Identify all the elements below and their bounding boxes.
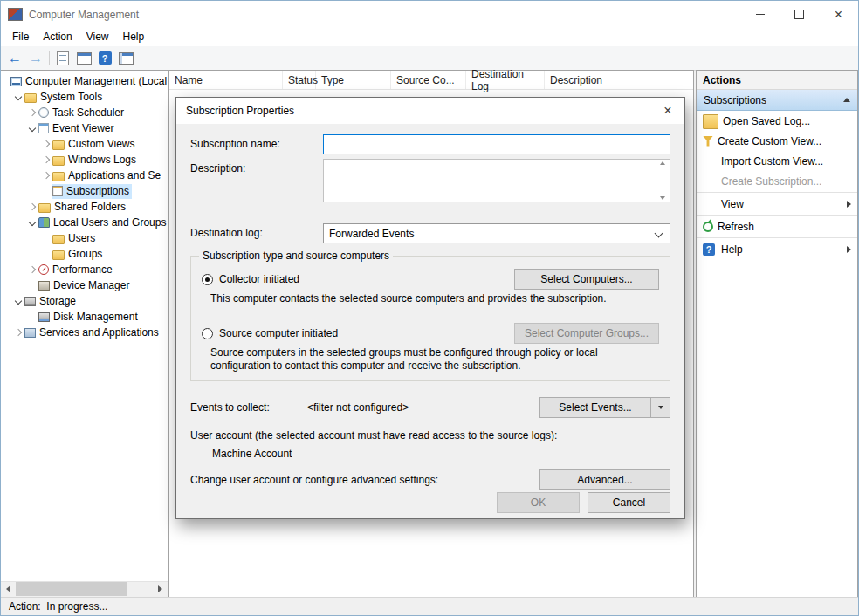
source-initiated-radio[interactable] (202, 328, 213, 339)
actions-separator (697, 237, 857, 238)
expand-chevron-icon[interactable] (40, 137, 52, 151)
tree-horizontal-scrollbar[interactable] (1, 581, 168, 597)
expanded-chevron-shape (28, 125, 35, 132)
action-item-help[interactable]: Help (697, 239, 857, 259)
tree-item-core: Task Scheduler (38, 106, 127, 120)
collapse-chevron-icon[interactable] (12, 294, 24, 308)
advanced-button[interactable]: Advanced... (539, 469, 670, 490)
select-events-dropdown[interactable] (650, 398, 670, 417)
menu-file[interactable]: File (5, 28, 36, 46)
tree-item-groups[interactable]: Groups (1, 246, 168, 262)
show-action-pane-button[interactable] (115, 49, 136, 68)
expand-chevron-icon[interactable] (26, 263, 38, 277)
collapse-chevron-icon[interactable] (26, 216, 38, 229)
tree-item-storage[interactable]: Storage (1, 293, 168, 309)
menu-help[interactable]: Help (116, 28, 152, 46)
tree-item-windows-logs[interactable]: Windows Logs (1, 152, 168, 168)
description-textarea[interactable] (323, 159, 670, 202)
scroll-right-button[interactable] (153, 582, 168, 596)
action-item-open-saved-log[interactable]: Open Saved Log... (697, 111, 857, 131)
tree-item-services-and-applications[interactable]: Services and Applications (1, 325, 168, 340)
tree-item-label: Storage (39, 295, 76, 307)
collapse-chevron-icon[interactable] (26, 121, 38, 135)
column-header-type[interactable]: Type (316, 71, 391, 89)
create-custom-view-icon (703, 136, 713, 147)
tree-item-custom-views[interactable]: Custom Views (1, 136, 168, 152)
back-button[interactable] (4, 49, 25, 68)
expand-chevron-icon[interactable] (40, 168, 52, 182)
scroll-left-button[interactable] (1, 582, 16, 596)
tree-item-disk-management[interactable]: Disk Management (1, 309, 168, 325)
titlebar[interactable]: Computer Management (1, 1, 858, 28)
expand-chevron-icon[interactable] (26, 200, 38, 214)
tree-item-system-tools[interactable]: System Tools (1, 89, 168, 105)
collapsed-chevron-shape (28, 266, 35, 273)
submenu-arrow-icon (847, 201, 851, 208)
maximize-button[interactable] (780, 1, 819, 28)
users-groups-icon (38, 217, 50, 228)
menu-view[interactable]: View (79, 28, 116, 46)
tree-item-local-users-and-groups[interactable]: Local Users and Groups (1, 215, 168, 230)
collapsed-chevron-shape (42, 172, 49, 179)
expand-chevron-icon[interactable] (12, 325, 24, 339)
action-item-refresh[interactable]: Refresh (697, 216, 857, 236)
column-header-description[interactable]: Description (545, 71, 691, 89)
device-manager-icon (38, 281, 50, 291)
tree-item-label: Subscriptions (66, 185, 129, 197)
users-folder-icon (52, 235, 65, 244)
column-header-source-computers[interactable]: Source Co... (391, 71, 466, 89)
forward-button[interactable] (25, 49, 46, 68)
expander-spacer (40, 231, 52, 245)
close-icon (663, 104, 671, 118)
dialog-buttons: OK Cancel (497, 492, 670, 513)
export-list-button[interactable] (52, 49, 73, 68)
close-icon (835, 8, 842, 22)
actions-section-subscriptions[interactable]: Subscriptions (697, 90, 857, 111)
expand-chevron-icon[interactable] (40, 153, 52, 167)
column-header-destination-log[interactable]: Destination Log (466, 71, 545, 89)
collapse-chevron-icon[interactable] (12, 90, 24, 104)
tree-item-label: Device Manager (53, 279, 129, 291)
textarea-scrollbar[interactable] (657, 161, 668, 200)
select-computer-groups-button: Select Computer Groups... (514, 323, 659, 344)
tree-item-performance[interactable]: Performance (1, 262, 168, 277)
close-button[interactable] (819, 1, 858, 28)
minimize-button[interactable] (740, 1, 780, 28)
action-item-create-custom-view[interactable]: Create Custom View... (697, 131, 857, 151)
menu-action[interactable]: Action (36, 28, 79, 46)
select-computers-button[interactable]: Select Computers... (514, 269, 659, 290)
tree-item-label: Users (68, 232, 95, 244)
action-icon-spacer (703, 197, 717, 210)
tree-item-computer-management[interactable]: Computer Management (Local (1, 73, 168, 89)
collector-initiated-radio[interactable] (202, 274, 213, 285)
tree-item-shared-folders[interactable]: Shared Folders (1, 199, 168, 215)
tree-item-subscriptions[interactable]: Subscriptions (1, 183, 168, 199)
dialog-close-button[interactable] (651, 98, 684, 124)
tree-item-device-manager[interactable]: Device Manager (1, 277, 168, 293)
show-console-tree-button[interactable] (73, 49, 94, 68)
scroll-down-icon[interactable] (660, 196, 665, 200)
tree-item-task-scheduler[interactable]: Task Scheduler (1, 105, 168, 120)
tree-item-applications-and-services-logs[interactable]: Applications and Se (1, 168, 168, 183)
scroll-up-icon[interactable] (660, 161, 665, 165)
column-header-label: Destination Log (471, 68, 544, 92)
destination-log-row: Destination log: Forwarded Events (190, 223, 670, 243)
scrollbar-thumb[interactable] (16, 582, 127, 596)
tree-item-event-viewer[interactable]: Event Viewer (1, 120, 168, 136)
dialog-titlebar[interactable]: Subscription Properties (176, 98, 684, 124)
subscription-name-input[interactable] (323, 134, 670, 154)
collapse-section-icon[interactable] (843, 98, 850, 102)
action-item-view[interactable]: View (697, 194, 857, 214)
minimize-icon (756, 14, 765, 15)
destination-log-select[interactable]: Forwarded Events (323, 223, 670, 243)
expand-chevron-icon[interactable] (26, 106, 38, 120)
help-button[interactable] (94, 49, 115, 68)
tree-item-users[interactable]: Users (1, 230, 168, 246)
column-header-status[interactable]: Status (283, 71, 316, 89)
tree-item-core: System Tools (24, 90, 105, 105)
cancel-button[interactable]: Cancel (588, 492, 670, 513)
action-item-import-custom-view[interactable]: Import Custom View... (697, 151, 857, 171)
column-header-name[interactable]: Name (169, 71, 283, 89)
select-events-button[interactable]: Select Events... (539, 397, 670, 418)
window-pane-icon (119, 52, 134, 65)
